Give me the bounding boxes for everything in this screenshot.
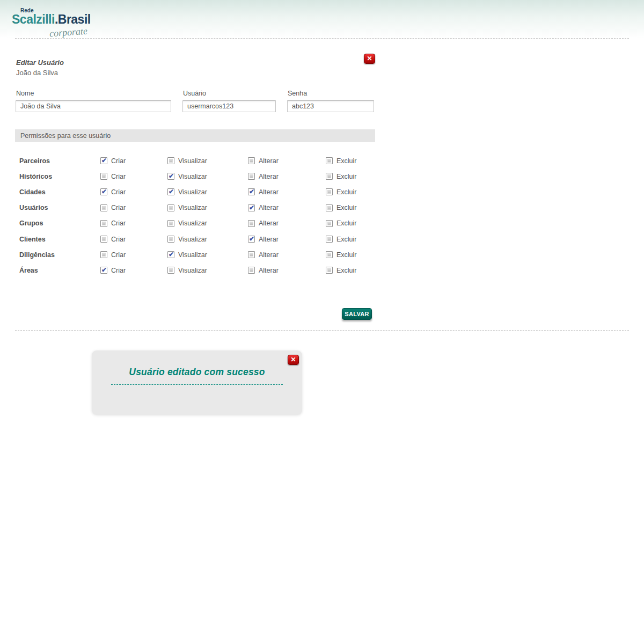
checkbox-usuarios-alterar[interactable] <box>248 204 255 211</box>
checkbox-usuarios-criar[interactable] <box>100 204 107 211</box>
name-field-label: Nome <box>16 90 34 97</box>
checkbox-areas-alterar[interactable] <box>248 267 255 274</box>
permission-cell: Visualizar <box>167 204 248 211</box>
checkbox-diligencias-visualizar[interactable] <box>167 251 174 258</box>
checkbox-usuarios-visualizar[interactable] <box>167 204 174 211</box>
checkbox-clientes-alterar[interactable] <box>248 236 255 243</box>
logo-tagline: corporate <box>49 26 87 40</box>
checkbox-cidades-alterar[interactable] <box>248 188 255 195</box>
checkbox-parceiros-alterar[interactable] <box>248 157 255 164</box>
permission-cell: Excluir <box>326 204 375 211</box>
checkbox-label: Criar <box>111 204 126 211</box>
permission-cell: Visualizar <box>167 251 248 259</box>
permission-cell: Visualizar <box>167 188 248 196</box>
permission-cell: Visualizar <box>167 157 248 165</box>
checkbox-parceiros-criar[interactable] <box>100 157 107 164</box>
checkbox-label: Excluir <box>336 173 357 180</box>
edit-user-title: Editar Usuário <box>16 58 64 67</box>
name-field[interactable] <box>16 100 171 112</box>
permission-cell: Alterar <box>248 188 326 196</box>
permission-cell: Alterar <box>248 219 326 227</box>
checkbox-label: Alterar <box>259 251 279 259</box>
checkbox-cidades-visualizar[interactable] <box>167 188 174 195</box>
permission-row: GruposCriarVisualizarAlterarExcluir <box>0 216 375 231</box>
close-icon: ✕ <box>290 356 296 363</box>
logo-name-teal: Scalzilli <box>12 12 55 26</box>
close-toast-button[interactable]: ✕ <box>288 355 299 365</box>
checkbox-parceiros-visualizar[interactable] <box>167 157 174 164</box>
checkbox-grupos-alterar[interactable] <box>248 220 255 227</box>
password-field[interactable] <box>287 100 374 112</box>
divider-top <box>15 38 629 39</box>
checkbox-historicos-criar[interactable] <box>100 173 107 180</box>
checkbox-areas-visualizar[interactable] <box>167 267 174 274</box>
username-field[interactable] <box>182 100 276 112</box>
checkbox-label: Alterar <box>259 204 279 211</box>
checkbox-label: Alterar <box>259 236 279 243</box>
checkbox-cidades-criar[interactable] <box>100 188 107 195</box>
checkbox-label: Criar <box>111 251 126 259</box>
permission-cell: Excluir <box>326 267 375 274</box>
page: Rede Scalzilli.Brasil corporate ✕ Editar… <box>0 0 644 644</box>
close-edit-panel-button[interactable]: ✕ <box>364 54 375 64</box>
checkbox-label: Visualizar <box>178 251 207 259</box>
checkbox-diligencias-excluir[interactable] <box>326 251 333 258</box>
brand-logo: Rede Scalzilli.Brasil corporate <box>12 8 103 40</box>
checkbox-label: Excluir <box>336 219 357 227</box>
permission-row: HistóricosCriarVisualizarAlterarExcluir <box>0 169 375 184</box>
checkbox-clientes-visualizar[interactable] <box>167 236 174 243</box>
save-button[interactable]: SALVAR <box>342 308 372 320</box>
permission-cell: Alterar <box>248 251 326 259</box>
toast-message: Usuário editado com sucesso <box>92 367 302 378</box>
checkbox-diligencias-alterar[interactable] <box>248 251 255 258</box>
logo-name: Scalzilli.Brasil <box>12 12 91 27</box>
permission-cell: Criar <box>100 219 167 227</box>
checkbox-label: Criar <box>111 188 126 196</box>
checkbox-grupos-visualizar[interactable] <box>167 220 174 227</box>
checkbox-usuarios-excluir[interactable] <box>326 204 333 211</box>
checkbox-label: Alterar <box>259 188 279 196</box>
permission-cell: Excluir <box>326 236 375 243</box>
permission-cell: Alterar <box>248 173 326 180</box>
permission-row-label: Históricos <box>19 173 100 180</box>
checkbox-grupos-excluir[interactable] <box>326 220 333 227</box>
checkbox-clientes-criar[interactable] <box>100 236 107 243</box>
checkbox-label: Visualizar <box>178 157 207 165</box>
permission-cell: Excluir <box>326 251 375 259</box>
checkbox-clientes-excluir[interactable] <box>326 236 333 243</box>
divider-bottom <box>15 330 629 331</box>
checkbox-label: Criar <box>111 173 126 180</box>
checkbox-label: Visualizar <box>178 188 207 196</box>
checkbox-label: Alterar <box>259 267 279 274</box>
checkbox-areas-excluir[interactable] <box>326 267 333 274</box>
permission-cell: Alterar <box>248 204 326 211</box>
checkbox-diligencias-criar[interactable] <box>100 251 107 258</box>
checkbox-label: Excluir <box>336 188 357 196</box>
checkbox-parceiros-excluir[interactable] <box>326 157 333 164</box>
checkbox-historicos-visualizar[interactable] <box>167 173 174 180</box>
checkbox-areas-criar[interactable] <box>100 267 107 274</box>
permission-cell: Criar <box>100 173 167 180</box>
checkbox-label: Visualizar <box>178 219 207 227</box>
toast-dashed-line <box>111 384 283 385</box>
checkbox-label: Excluir <box>336 157 357 165</box>
checkbox-cidades-excluir[interactable] <box>326 188 333 195</box>
permission-row-label: Grupos <box>19 219 100 227</box>
logo-name-navy: .Brasil <box>55 12 91 26</box>
permission-row: DiligênciasCriarVisualizarAlterarExcluir <box>0 247 375 262</box>
checkbox-historicos-alterar[interactable] <box>248 173 255 180</box>
checkbox-grupos-criar[interactable] <box>100 220 107 227</box>
checkbox-label: Criar <box>111 236 126 243</box>
success-toast: ✕ Usuário editado com sucesso <box>92 350 302 415</box>
permission-row: CidadesCriarVisualizarAlterarExcluir <box>0 184 375 200</box>
permissions-section-header: Permissões para esse usuário <box>15 129 375 142</box>
checkbox-label: Excluir <box>336 236 357 243</box>
checkbox-historicos-excluir[interactable] <box>326 173 333 180</box>
permission-row-label: Parceiros <box>19 157 100 165</box>
permission-cell: Visualizar <box>167 236 248 243</box>
permission-cell: Visualizar <box>167 267 248 274</box>
checkbox-label: Alterar <box>259 173 279 180</box>
permission-row: ParceirosCriarVisualizarAlterarExcluir <box>0 153 375 169</box>
permission-cell: Criar <box>100 251 167 259</box>
checkbox-label: Visualizar <box>178 173 207 180</box>
